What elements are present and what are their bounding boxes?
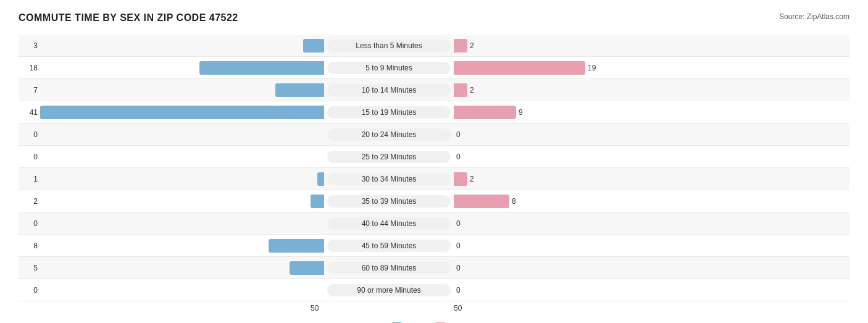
left-bar-container: 1 xyxy=(19,172,327,186)
right-bar-container: 0 xyxy=(451,128,759,141)
right-bar-container: 0 xyxy=(451,150,759,164)
row-label: 90 or more Minutes xyxy=(327,284,451,296)
left-bar-container: 0 xyxy=(19,150,327,164)
female-bar xyxy=(454,61,585,75)
right-bar-container: 0 xyxy=(451,283,759,297)
chart-title: COMMUTE TIME BY SEX IN ZIP CODE 47522 xyxy=(19,12,238,23)
male-value: 2 xyxy=(24,197,38,206)
female-value: 0 xyxy=(456,264,470,272)
female-value: 2 xyxy=(470,86,483,94)
chart-row: 0 90 or more Minutes 0 xyxy=(19,279,849,301)
male-value: 18 xyxy=(24,64,38,72)
row-label: 5 to 9 Minutes xyxy=(327,62,451,74)
right-bar-container: 9 xyxy=(451,106,759,119)
row-label: 20 to 24 Minutes xyxy=(327,128,451,141)
right-bar-container: 0 xyxy=(451,261,759,275)
chart-row: 1 30 to 34 Minutes 2 xyxy=(19,168,849,190)
male-bar xyxy=(199,61,324,75)
female-bar xyxy=(454,39,467,52)
row-label: 60 to 89 Minutes xyxy=(327,262,451,274)
male-value: 0 xyxy=(24,219,38,228)
male-value: 5 xyxy=(24,264,38,272)
chart-row: 7 10 to 14 Minutes 2 xyxy=(19,79,849,101)
left-bar-container: 8 xyxy=(19,239,327,253)
left-bar-wrap xyxy=(40,39,324,52)
row-label: 45 to 59 Minutes xyxy=(327,240,451,252)
axis-left-label: 50 xyxy=(311,304,324,313)
right-bar-container: 8 xyxy=(451,195,759,208)
right-bar-container: 2 xyxy=(451,39,759,52)
left-bar-wrap xyxy=(40,128,324,141)
male-value: 0 xyxy=(24,130,38,139)
row-label: 30 to 34 Minutes xyxy=(327,173,451,185)
left-bar-wrap xyxy=(40,172,324,186)
left-bar-wrap xyxy=(40,150,324,164)
female-value: 0 xyxy=(456,241,470,250)
chart-row: 3 Less than 5 Minutes 2 xyxy=(19,35,849,57)
female-bar xyxy=(454,195,509,208)
male-bar xyxy=(303,39,324,52)
left-bar-container: 0 xyxy=(19,128,327,141)
female-bar xyxy=(454,106,516,119)
left-bar-wrap xyxy=(40,83,324,97)
chart-row: 2 35 to 39 Minutes 8 xyxy=(19,190,849,212)
male-bar xyxy=(311,195,324,208)
right-bar-container: 2 xyxy=(451,172,759,186)
female-value: 0 xyxy=(456,153,470,161)
male-bar xyxy=(40,106,324,119)
male-value: 0 xyxy=(24,153,38,161)
chart-row: 0 20 to 24 Minutes 0 xyxy=(19,124,849,146)
female-value: 8 xyxy=(512,197,525,206)
row-label: 10 to 14 Minutes xyxy=(327,84,451,96)
chart-row: 5 60 to 89 Minutes 0 xyxy=(19,257,849,279)
female-value: 9 xyxy=(519,108,532,117)
female-bar xyxy=(454,172,467,186)
right-bar-container: 0 xyxy=(451,217,759,230)
chart-row: 0 40 to 44 Minutes 0 xyxy=(19,212,849,235)
male-bar xyxy=(290,261,324,275)
male-value: 7 xyxy=(24,86,38,94)
chart-area: 3 Less than 5 Minutes 2 18 5 to 9 Minute… xyxy=(19,35,849,301)
left-bar-container: 41 xyxy=(19,106,327,119)
source-label: Source: ZipAtlas.com xyxy=(779,12,849,21)
male-bar xyxy=(275,83,324,97)
left-bar-container: 3 xyxy=(19,39,327,52)
female-bar xyxy=(454,83,467,97)
female-value: 0 xyxy=(456,286,470,295)
female-value: 2 xyxy=(470,41,483,50)
left-bar-container: 0 xyxy=(19,217,327,230)
row-label: Less than 5 Minutes xyxy=(327,40,451,52)
left-bar-wrap xyxy=(40,61,324,75)
chart-row: 18 5 to 9 Minutes 19 xyxy=(19,57,849,79)
axis-right-label: 50 xyxy=(454,304,467,313)
left-bar-container: 0 xyxy=(19,283,327,297)
right-bar-container: 0 xyxy=(451,239,759,253)
female-value: 19 xyxy=(588,64,601,72)
row-label: 35 to 39 Minutes xyxy=(327,195,451,208)
left-bar-wrap xyxy=(40,195,324,208)
right-bar-container: 19 xyxy=(451,61,759,75)
female-value: 0 xyxy=(456,219,470,228)
axis-row: 50 50 xyxy=(19,301,849,314)
chart-row: 8 45 to 59 Minutes 0 xyxy=(19,235,849,257)
row-label: 40 to 44 Minutes xyxy=(327,217,451,230)
female-value: 0 xyxy=(456,130,470,139)
male-bar xyxy=(317,172,324,186)
male-value: 1 xyxy=(24,175,38,183)
left-bar-wrap xyxy=(40,217,324,230)
right-bar-container: 2 xyxy=(451,83,759,97)
left-bar-container: 5 xyxy=(19,261,327,275)
left-bar-wrap xyxy=(40,239,324,253)
row-label: 15 to 19 Minutes xyxy=(327,106,451,119)
male-value: 41 xyxy=(24,108,38,117)
male-value: 0 xyxy=(24,286,38,295)
left-bar-container: 7 xyxy=(19,83,327,97)
male-value: 3 xyxy=(24,41,38,50)
left-bar-wrap xyxy=(40,106,324,119)
chart-row: 41 15 to 19 Minutes 9 xyxy=(19,101,849,124)
male-value: 8 xyxy=(24,241,38,250)
male-bar xyxy=(269,239,324,253)
chart-row: 0 25 to 29 Minutes 0 xyxy=(19,146,849,168)
row-label: 25 to 29 Minutes xyxy=(327,151,451,163)
left-bar-wrap xyxy=(40,261,324,275)
